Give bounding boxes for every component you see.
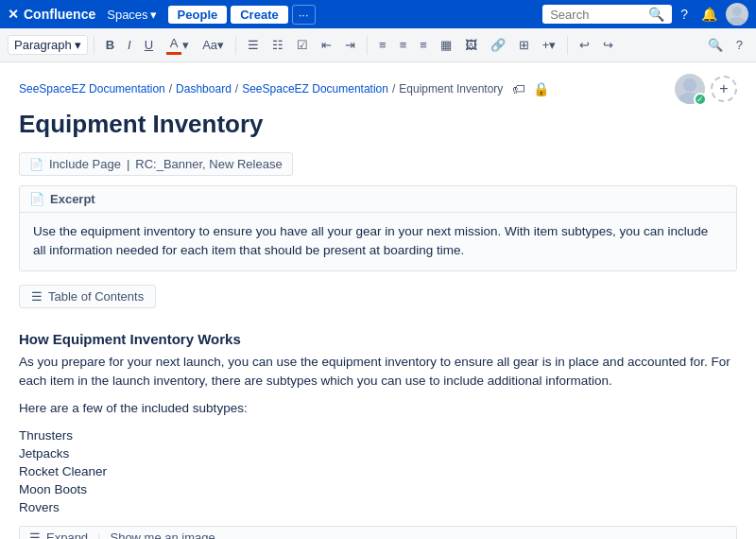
checklist-button[interactable]: ☑ [291, 34, 314, 56]
include-page-value: RC:_Banner, New Release [135, 157, 282, 171]
outdent-icon: ⇤ [321, 38, 332, 52]
italic-button[interactable]: I [122, 34, 137, 56]
help-button[interactable]: ? [676, 5, 693, 24]
toolbar-separator-3 [367, 36, 368, 55]
image-button[interactable]: 🖼 [459, 34, 483, 56]
toc-icon: ☰ [31, 289, 43, 304]
redo-icon: ↪ [603, 38, 613, 52]
image-icon: 🖼 [465, 38, 477, 52]
include-page-label: Include Page [49, 157, 121, 171]
list-item: Rocket Cleaner [19, 462, 737, 480]
bold-button[interactable]: B [100, 34, 120, 56]
numbered-list-icon: ☷ [272, 38, 284, 52]
excerpt-body: Use the equipment inventory to ensure yo… [20, 213, 736, 270]
breadcrumb: SeeSpaceEZ Documentation / Dashboard / S… [0, 62, 756, 110]
editor-avatar-wrap: ✓ [675, 74, 705, 104]
breadcrumb-sep-1: / [169, 82, 172, 96]
insert-icon: + [542, 38, 550, 52]
link-button[interactable]: 🔗 [485, 34, 511, 56]
toolbar-separator-2 [235, 36, 236, 55]
notifications-button[interactable]: 🔔 [696, 5, 722, 24]
format-icon: Aa [202, 38, 217, 52]
confluence-logo[interactable]: ✕ Confluence [8, 7, 95, 22]
create-label: Create [240, 8, 278, 22]
svg-point-1 [729, 17, 746, 26]
tag-icon[interactable]: 🏷 [512, 81, 525, 96]
list-item: Jetpacks [19, 444, 737, 462]
bullet-list-button[interactable]: ☰ [242, 34, 265, 56]
bold-icon: B [106, 38, 114, 52]
link-icon: 🔗 [490, 38, 506, 52]
breadcrumb-sep-2: / [235, 82, 238, 96]
outdent-button[interactable]: ⇤ [316, 34, 337, 56]
svg-point-0 [732, 7, 742, 16]
content-para-2: Here are a few of the included subtypes: [19, 399, 737, 419]
numbered-list-button[interactable]: ☷ [266, 34, 289, 56]
indent-icon: ⇥ [345, 38, 355, 52]
top-navigation: ✕ Confluence Spaces ▾ People Create ··· … [0, 0, 756, 28]
more-nav-menu[interactable]: ··· [292, 5, 316, 25]
underline-button[interactable]: U [139, 34, 159, 56]
spaces-chevron-icon: ▾ [150, 8, 157, 22]
insert-chevron-icon: ▾ [549, 38, 556, 52]
redo-button[interactable]: ↪ [597, 34, 619, 56]
format-button[interactable]: Aa ▾ [197, 34, 230, 56]
search-input[interactable] [550, 8, 644, 22]
breadcrumb-item-2[interactable]: Dashboard [176, 82, 232, 96]
search-box[interactable]: 🔍 [542, 5, 672, 24]
excerpt-icon: 📄 [29, 192, 44, 206]
bullet-list-icon: ☰ [248, 38, 259, 52]
align-center-icon: ≡ [400, 38, 407, 52]
find-button[interactable]: 🔍 [702, 34, 729, 56]
subtypes-list: ThrustersJetpacksRocket CleanerMoon Boot… [19, 426, 737, 516]
expand-separator: | [97, 530, 100, 539]
include-page-block: 📄 Include Page | RC:_Banner, New Release [19, 152, 293, 176]
section-heading: How Equipment Inventory Works [19, 331, 737, 347]
create-button[interactable]: Create [231, 6, 287, 24]
format-chevron-icon: ▾ [217, 38, 224, 52]
breadcrumb-sep-3: / [392, 82, 395, 96]
help-toolbar-button[interactable]: ? [730, 34, 748, 56]
help-icon: ? [680, 7, 688, 22]
toc-label: Table of Contents [48, 289, 144, 304]
align-center-button[interactable]: ≡ [394, 34, 413, 56]
paragraph-style-dropdown[interactable]: Paragraph ▾ [8, 35, 88, 55]
user-avatar[interactable] [726, 3, 748, 26]
spaces-label: Spaces [107, 8, 147, 22]
svg-point-2 [683, 78, 696, 92]
insert-button[interactable]: + ▾ [537, 34, 562, 56]
spaces-menu[interactable]: Spaces ▾ [99, 6, 163, 24]
align-left-button[interactable]: ≡ [373, 34, 392, 56]
search-icon: 🔍 [648, 7, 664, 22]
list-item: Rovers [19, 498, 737, 516]
italic-icon: I [128, 38, 131, 52]
table-button[interactable]: ▦ [435, 34, 457, 56]
table2-button[interactable]: ⊞ [513, 34, 535, 56]
breadcrumb-item-3[interactable]: SeeSpaceEZ Documentation [242, 82, 388, 96]
undo-button[interactable]: ↩ [574, 34, 595, 56]
table2-icon: ⊞ [519, 38, 529, 52]
include-page-separator: | [127, 157, 129, 171]
page-title: Equipment Inventory [19, 110, 737, 139]
underline-icon: U [145, 38, 153, 52]
align-right-icon: ≡ [420, 38, 427, 52]
indent-button[interactable]: ⇥ [339, 34, 361, 56]
main-content: Equipment Inventory 📄 Include Page | RC:… [0, 110, 756, 539]
undo-icon: ↩ [579, 38, 590, 52]
excerpt-label: Excerpt [50, 192, 95, 206]
lock-icon[interactable]: 🔒 [533, 81, 549, 96]
toolbar-separator-1 [94, 36, 94, 55]
excerpt-text: Use the equipment inventory to ensure yo… [33, 224, 708, 257]
people-nav-item[interactable]: People [168, 6, 228, 24]
color-a-icon: A [170, 36, 179, 50]
breadcrumb-item-1[interactable]: SeeSpaceEZ Documentation [19, 82, 165, 96]
bell-icon: 🔔 [701, 7, 717, 22]
x-icon: ✕ [8, 7, 19, 22]
align-right-button[interactable]: ≡ [414, 34, 433, 56]
editor-toolbar: Paragraph ▾ B I U A ▾ Aa ▾ ☰ ☷ ☑ ⇤ ⇥ ≡ ≡… [0, 28, 756, 62]
expand-hint: Show me an image... [110, 530, 225, 539]
content-para-1: As you prepare for your next launch, you… [19, 353, 737, 392]
text-color-button[interactable]: A ▾ [161, 32, 195, 59]
add-watcher-button[interactable]: + [711, 76, 737, 102]
expand-block: ☰ Expand | Show me an image... [19, 526, 737, 539]
